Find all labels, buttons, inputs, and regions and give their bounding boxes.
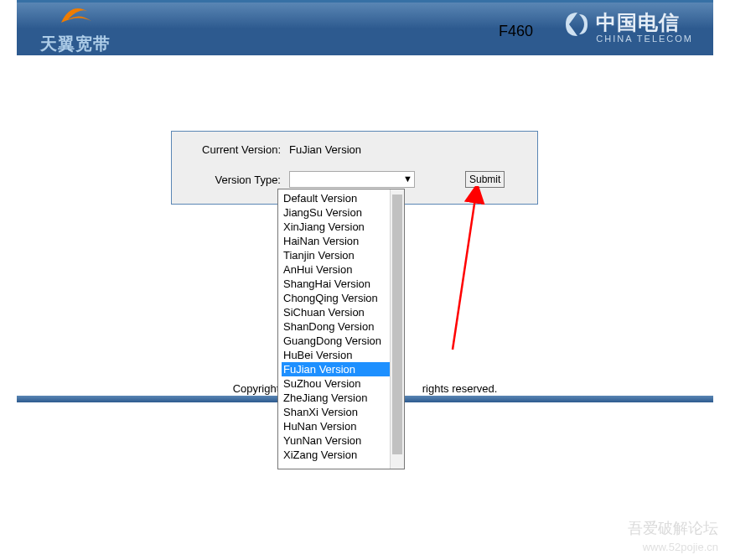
- current-version-label: Current Version:: [172, 143, 281, 156]
- device-model: F460: [499, 23, 533, 40]
- version-type-dropdown[interactable]: Default VersionJiangSu VersionXinJiang V…: [277, 189, 405, 469]
- dropdown-option[interactable]: SuZhou Version: [282, 376, 404, 391]
- scrollbar-thumb[interactable]: [392, 194, 402, 454]
- china-telecom-block: 中国电信 CHINA TELECOM: [562, 9, 693, 47]
- tianyi-brand-block: 天翼宽带: [40, 4, 111, 55]
- chevron-down-icon: ▼: [403, 174, 412, 184]
- watermark-url: www.52pojie.cn: [643, 541, 718, 553]
- china-telecom-en: CHINA TELECOM: [596, 34, 693, 44]
- esurfing-logo-icon: [56, 4, 95, 30]
- dropdown-option[interactable]: ShanDong Version: [282, 319, 404, 334]
- svg-line-0: [453, 193, 476, 350]
- version-type-select[interactable]: ▼: [289, 171, 415, 188]
- dropdown-option[interactable]: Tianjin Version: [282, 248, 404, 262]
- dropdown-option[interactable]: ShanXi Version: [282, 405, 404, 419]
- china-telecom-cn: 中国电信: [596, 13, 693, 33]
- dropdown-option[interactable]: JiangSu Version: [282, 205, 404, 220]
- dropdown-option[interactable]: ShangHai Version: [282, 277, 404, 291]
- annotation-arrow-icon: [444, 186, 494, 354]
- dropdown-option[interactable]: AnHui Version: [282, 262, 404, 277]
- watermark-cn: 吾爱破解论坛: [628, 518, 718, 538]
- dropdown-option[interactable]: GuangDong Version: [282, 334, 404, 348]
- dropdown-option[interactable]: ZheJiang Version: [282, 391, 404, 405]
- current-version-value: FuJian Version: [289, 143, 361, 156]
- dropdown-option[interactable]: SiChuan Version: [282, 305, 404, 319]
- version-type-label: Version Type:: [172, 174, 281, 186]
- dropdown-option[interactable]: XinJiang Version: [282, 220, 404, 234]
- dropdown-option[interactable]: YunNan Version: [282, 433, 404, 448]
- dropdown-option[interactable]: HuBei Version: [282, 348, 404, 362]
- tianyi-brand-text: 天翼宽带: [40, 33, 111, 55]
- header-bar: 天翼宽带 F460 中国电信 CHINA TELECOM: [17, 0, 713, 55]
- dropdown-option[interactable]: HuNan Version: [282, 419, 404, 433]
- dropdown-option[interactable]: HaiNan Version: [282, 234, 404, 248]
- dropdown-option[interactable]: ChongQing Version: [282, 291, 404, 305]
- dropdown-option[interactable]: FuJian Version: [282, 362, 404, 376]
- dropdown-option[interactable]: XiZang Version: [282, 448, 404, 462]
- dropdown-option[interactable]: Default Version: [282, 191, 404, 205]
- dropdown-scrollbar[interactable]: [390, 189, 404, 469]
- submit-button[interactable]: Submit: [465, 171, 505, 188]
- china-telecom-logo-icon: [562, 9, 591, 47]
